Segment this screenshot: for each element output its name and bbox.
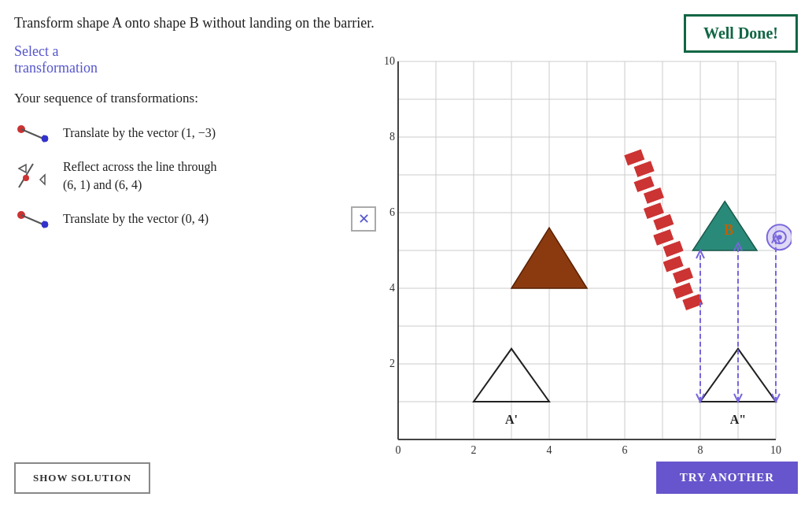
transformation-text-1: Translate by the vector (1, −3) [63, 124, 376, 142]
show-solution-button[interactable]: SHOW SOLUTION [14, 462, 150, 494]
transformation-item-1: Translate by the vector (1, −3) [14, 119, 376, 147]
arrow-icon-1 [14, 119, 52, 147]
transformation-text-3: Translate by the vector (0, 4) [63, 210, 340, 228]
svg-line-2 [21, 129, 43, 139]
svg-marker-8 [40, 175, 45, 184]
svg-line-11 [21, 215, 43, 224]
instruction-text: Transform shape A onto shape B without l… [14, 14, 376, 32]
svg-point-13 [42, 221, 48, 228]
arrow-icon-3 [14, 205, 52, 233]
well-done-badge: Well Done! [684, 14, 798, 53]
transformation-item-2: Reflect across the line through (6, 1) a… [14, 158, 376, 194]
sequence-label: Your sequence of transformations: [14, 91, 376, 106]
transformation-list: Translate by the vector (1, −3) Reflect … [14, 119, 376, 233]
bottom-buttons: SHOW SOLUTION [14, 447, 360, 494]
grid-panel [367, 14, 792, 471]
transformation-item-3: Translate by the vector (0, 4) ✕ [14, 205, 376, 233]
reflect-icon-2 [14, 162, 52, 191]
transformation-text-2: Reflect across the line through (6, 1) a… [63, 158, 376, 194]
select-transformation-link[interactable]: Select a transformation [14, 43, 376, 76]
try-another-button[interactable]: TRY ANOTHER [656, 462, 798, 494]
svg-point-6 [23, 175, 29, 181]
svg-marker-7 [19, 165, 26, 172]
svg-point-4 [42, 135, 48, 142]
